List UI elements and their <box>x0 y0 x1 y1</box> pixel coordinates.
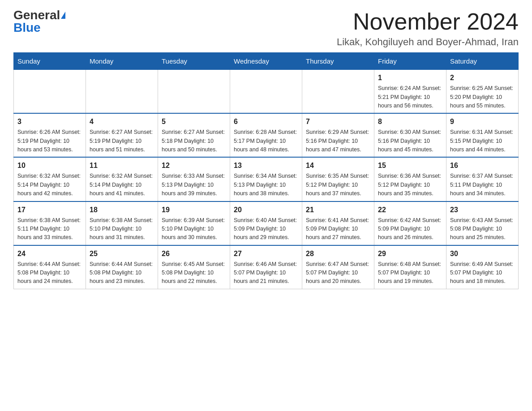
day-info: Sunrise: 6:31 AM Sunset: 5:15 PM Dayligh… <box>450 128 515 154</box>
calendar-header-row: SundayMondayTuesdayWednesdayThursdayFrid… <box>14 53 519 70</box>
day-number: 11 <box>90 160 154 171</box>
calendar-day-cell: 7Sunrise: 6:29 AM Sunset: 5:16 PM Daylig… <box>302 113 374 157</box>
calendar-week-row: 17Sunrise: 6:38 AM Sunset: 5:11 PM Dayli… <box>14 201 519 245</box>
calendar-day-cell: 19Sunrise: 6:39 AM Sunset: 5:10 PM Dayli… <box>158 201 230 245</box>
day-info: Sunrise: 6:27 AM Sunset: 5:18 PM Dayligh… <box>162 128 226 154</box>
day-info: Sunrise: 6:38 AM Sunset: 5:11 PM Dayligh… <box>17 216 82 242</box>
logo-general-text: General <box>13 9 60 21</box>
day-info: Sunrise: 6:40 AM Sunset: 5:09 PM Dayligh… <box>234 216 298 242</box>
day-info: Sunrise: 6:45 AM Sunset: 5:08 PM Dayligh… <box>162 260 226 286</box>
calendar-day-cell: 13Sunrise: 6:34 AM Sunset: 5:13 PM Dayli… <box>230 157 302 201</box>
day-number: 19 <box>162 205 226 215</box>
calendar-day-cell: 24Sunrise: 6:44 AM Sunset: 5:08 PM Dayli… <box>14 245 86 289</box>
column-header-tuesday: Tuesday <box>158 53 230 70</box>
day-number: 25 <box>90 248 154 259</box>
day-info: Sunrise: 6:41 AM Sunset: 5:09 PM Dayligh… <box>306 216 370 242</box>
calendar-day-cell: 23Sunrise: 6:43 AM Sunset: 5:08 PM Dayli… <box>446 201 519 245</box>
calendar-day-cell: 26Sunrise: 6:45 AM Sunset: 5:08 PM Dayli… <box>158 245 230 289</box>
calendar-day-cell <box>14 70 86 114</box>
day-number: 2 <box>450 73 515 83</box>
calendar-day-cell: 29Sunrise: 6:48 AM Sunset: 5:07 PM Dayli… <box>374 245 446 289</box>
column-header-monday: Monday <box>86 53 158 70</box>
calendar-day-cell: 27Sunrise: 6:46 AM Sunset: 5:07 PM Dayli… <box>230 245 302 289</box>
calendar-day-cell: 1Sunrise: 6:24 AM Sunset: 5:21 PM Daylig… <box>374 70 446 114</box>
day-number: 27 <box>234 248 298 259</box>
column-header-saturday: Saturday <box>446 53 519 70</box>
day-info: Sunrise: 6:29 AM Sunset: 5:16 PM Dayligh… <box>306 128 370 154</box>
calendar-day-cell: 16Sunrise: 6:37 AM Sunset: 5:11 PM Dayli… <box>446 157 519 201</box>
calendar-week-row: 10Sunrise: 6:32 AM Sunset: 5:14 PM Dayli… <box>14 157 519 201</box>
calendar-day-cell: 9Sunrise: 6:31 AM Sunset: 5:15 PM Daylig… <box>446 113 519 157</box>
day-number: 12 <box>162 160 226 171</box>
calendar-day-cell: 20Sunrise: 6:40 AM Sunset: 5:09 PM Dayli… <box>230 201 302 245</box>
day-info: Sunrise: 6:43 AM Sunset: 5:08 PM Dayligh… <box>450 216 515 242</box>
day-number: 28 <box>306 248 370 259</box>
day-info: Sunrise: 6:36 AM Sunset: 5:12 PM Dayligh… <box>378 172 442 198</box>
day-info: Sunrise: 6:34 AM Sunset: 5:13 PM Dayligh… <box>234 172 298 198</box>
day-info: Sunrise: 6:35 AM Sunset: 5:12 PM Dayligh… <box>306 172 370 198</box>
day-number: 3 <box>17 116 82 127</box>
day-number: 24 <box>17 248 82 259</box>
day-number: 6 <box>234 116 298 127</box>
day-info: Sunrise: 6:32 AM Sunset: 5:14 PM Dayligh… <box>17 172 82 198</box>
calendar-day-cell: 5Sunrise: 6:27 AM Sunset: 5:18 PM Daylig… <box>158 113 230 157</box>
day-number: 30 <box>450 248 515 259</box>
calendar-week-row: 24Sunrise: 6:44 AM Sunset: 5:08 PM Dayli… <box>14 245 519 289</box>
day-number: 4 <box>90 116 154 127</box>
day-number: 10 <box>17 160 82 171</box>
day-number: 1 <box>378 73 442 83</box>
calendar-week-row: 3Sunrise: 6:26 AM Sunset: 5:19 PM Daylig… <box>14 113 519 157</box>
column-header-sunday: Sunday <box>14 53 86 70</box>
day-info: Sunrise: 6:49 AM Sunset: 5:07 PM Dayligh… <box>450 260 515 286</box>
calendar-day-cell: 21Sunrise: 6:41 AM Sunset: 5:09 PM Dayli… <box>302 201 374 245</box>
day-info: Sunrise: 6:24 AM Sunset: 5:21 PM Dayligh… <box>378 84 442 110</box>
calendar-day-cell <box>302 70 374 114</box>
calendar-day-cell: 4Sunrise: 6:27 AM Sunset: 5:19 PM Daylig… <box>86 113 158 157</box>
day-info: Sunrise: 6:44 AM Sunset: 5:08 PM Dayligh… <box>17 260 82 286</box>
calendar-day-cell: 17Sunrise: 6:38 AM Sunset: 5:11 PM Dayli… <box>14 201 86 245</box>
day-number: 18 <box>90 205 154 215</box>
day-number: 7 <box>306 116 370 127</box>
day-number: 21 <box>306 205 370 215</box>
calendar-day-cell: 15Sunrise: 6:36 AM Sunset: 5:12 PM Dayli… <box>374 157 446 201</box>
day-info: Sunrise: 6:26 AM Sunset: 5:19 PM Dayligh… <box>17 128 82 154</box>
calendar-table: SundayMondayTuesdayWednesdayThursdayFrid… <box>13 52 519 289</box>
day-number: 23 <box>450 205 515 215</box>
day-number: 5 <box>162 116 226 127</box>
calendar-day-cell <box>230 70 302 114</box>
day-info: Sunrise: 6:30 AM Sunset: 5:16 PM Dayligh… <box>378 128 442 154</box>
day-info: Sunrise: 6:48 AM Sunset: 5:07 PM Dayligh… <box>378 260 442 286</box>
day-info: Sunrise: 6:28 AM Sunset: 5:17 PM Dayligh… <box>234 128 298 154</box>
day-number: 29 <box>378 248 442 259</box>
logo-triangle-icon <box>61 12 65 19</box>
column-header-wednesday: Wednesday <box>230 53 302 70</box>
day-number: 16 <box>450 160 515 171</box>
day-info: Sunrise: 6:25 AM Sunset: 5:20 PM Dayligh… <box>450 84 515 110</box>
title-section: November 2024 Likak, Kohgiluyeh and Boye… <box>337 9 519 48</box>
location-title: Likak, Kohgiluyeh and Boyer-Ahmad, Iran <box>337 36 519 48</box>
day-info: Sunrise: 6:42 AM Sunset: 5:09 PM Dayligh… <box>378 216 442 242</box>
month-title: November 2024 <box>337 9 519 34</box>
day-number: 13 <box>234 160 298 171</box>
day-info: Sunrise: 6:27 AM Sunset: 5:19 PM Dayligh… <box>90 128 154 154</box>
day-info: Sunrise: 6:32 AM Sunset: 5:14 PM Dayligh… <box>90 172 154 198</box>
column-header-friday: Friday <box>374 53 446 70</box>
calendar-week-row: 1Sunrise: 6:24 AM Sunset: 5:21 PM Daylig… <box>14 70 519 114</box>
day-info: Sunrise: 6:46 AM Sunset: 5:07 PM Dayligh… <box>234 260 298 286</box>
calendar-day-cell: 18Sunrise: 6:38 AM Sunset: 5:10 PM Dayli… <box>86 201 158 245</box>
day-info: Sunrise: 6:33 AM Sunset: 5:13 PM Dayligh… <box>162 172 226 198</box>
day-info: Sunrise: 6:44 AM Sunset: 5:08 PM Dayligh… <box>90 260 154 286</box>
day-number: 14 <box>306 160 370 171</box>
logo: General Blue <box>13 9 65 34</box>
logo-blue-text: Blue <box>13 21 41 34</box>
calendar-day-cell: 12Sunrise: 6:33 AM Sunset: 5:13 PM Dayli… <box>158 157 230 201</box>
day-number: 22 <box>378 205 442 215</box>
calendar-day-cell: 10Sunrise: 6:32 AM Sunset: 5:14 PM Dayli… <box>14 157 86 201</box>
calendar-day-cell: 8Sunrise: 6:30 AM Sunset: 5:16 PM Daylig… <box>374 113 446 157</box>
calendar-day-cell: 14Sunrise: 6:35 AM Sunset: 5:12 PM Dayli… <box>302 157 374 201</box>
calendar-day-cell: 25Sunrise: 6:44 AM Sunset: 5:08 PM Dayli… <box>86 245 158 289</box>
calendar-day-cell: 11Sunrise: 6:32 AM Sunset: 5:14 PM Dayli… <box>86 157 158 201</box>
day-number: 26 <box>162 248 226 259</box>
day-number: 15 <box>378 160 442 171</box>
day-info: Sunrise: 6:38 AM Sunset: 5:10 PM Dayligh… <box>90 216 154 242</box>
